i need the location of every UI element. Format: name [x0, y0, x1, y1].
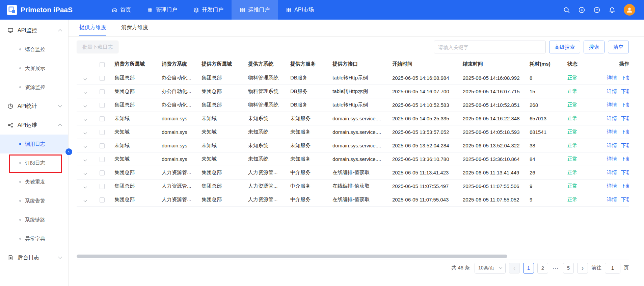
clear-button[interactable]: 清空: [608, 41, 629, 53]
sidebar-item-label-subscribe-log: 订阅日志: [25, 160, 45, 166]
detail-link[interactable]: 详情: [607, 142, 617, 148]
expand-chevron-icon[interactable]: [83, 90, 87, 94]
cell-end-time: 2025-06-05 11:07:55.052: [459, 193, 526, 206]
sidebar-item-system-alert[interactable]: 系统告警: [0, 191, 68, 210]
cell-duration-ms: 681541: [526, 125, 563, 139]
goto-page-input[interactable]: [605, 263, 620, 273]
chevron-up-icon: [58, 124, 62, 127]
download-log-link[interactable]: 下载日志: [621, 75, 629, 80]
sidebar-item-dashboard-display[interactable]: 大屏展示: [0, 59, 68, 78]
expand-chevron-icon[interactable]: [83, 144, 87, 148]
search-button[interactable]: 搜索: [584, 41, 605, 53]
page-size-select[interactable]: 10条/页: [475, 263, 506, 273]
cell-consumer-domain: 未知域: [110, 152, 158, 166]
nav-item-home[interactable]: 首页: [104, 0, 139, 20]
page-button-2[interactable]: 2: [537, 263, 548, 273]
page-button-1[interactable]: 1: [523, 263, 534, 273]
detail-link[interactable]: 详情: [607, 156, 617, 162]
advanced-search-button[interactable]: 高级搜索: [549, 41, 580, 53]
nav-item-ops-portal[interactable]: 运维门户: [232, 0, 278, 20]
column-header-consumer-system: 消费方系统: [158, 57, 197, 71]
detail-link[interactable]: 详情: [607, 196, 617, 202]
row-checkbox[interactable]: [100, 130, 105, 135]
download-log-link[interactable]: 下载日志: [621, 129, 629, 135]
column-header-end-time: 结束时间: [459, 57, 526, 71]
select-all-checkbox[interactable]: [100, 62, 105, 67]
notification-bell-icon[interactable]: [609, 6, 616, 14]
download-log-link[interactable]: 下载日志: [621, 169, 629, 175]
sidebar-group-api-stats[interactable]: API统计: [0, 97, 68, 116]
nav-item-dev-portal[interactable]: 开发门户: [185, 0, 232, 20]
sidebar-group-backend-log[interactable]: 后台日志: [0, 248, 68, 267]
expand-chevron-icon[interactable]: [83, 171, 87, 175]
cell-actions: 详情下载日志: [594, 85, 629, 98]
row-checkbox[interactable]: [100, 143, 105, 148]
pager-ellipsis[interactable]: ···: [552, 265, 560, 271]
detail-link[interactable]: 详情: [607, 183, 617, 189]
help-icon[interactable]: ?: [593, 6, 600, 14]
sidebar-group-api-monitor[interactable]: API监控: [0, 21, 68, 40]
sidebar-item-resource-monitor[interactable]: 资源监控: [0, 78, 68, 97]
sidebar-item-exception-dict[interactable]: 异常字典: [0, 229, 68, 248]
keyword-input[interactable]: [434, 41, 546, 53]
horizontal-scrollbar-thumb[interactable]: [77, 255, 507, 258]
prev-page-button[interactable]: ‹: [509, 263, 520, 273]
sidebar-item-overview-monitor[interactable]: 综合监控: [0, 40, 68, 59]
row-checkbox[interactable]: [100, 184, 105, 189]
detail-link[interactable]: 详情: [607, 88, 617, 94]
detail-link[interactable]: 详情: [607, 102, 617, 108]
row-checkbox[interactable]: [100, 89, 105, 94]
expand-chevron-icon[interactable]: [83, 158, 87, 161]
expand-chevron-icon[interactable]: [83, 104, 87, 107]
row-checkbox[interactable]: [100, 197, 105, 202]
expand-chevron-icon[interactable]: [83, 185, 87, 188]
tab-consumer-dimension[interactable]: 消费方维度: [121, 20, 148, 36]
expand-chevron-icon[interactable]: [83, 117, 87, 121]
row-checkbox[interactable]: [100, 157, 105, 162]
sidebar-item-system-trace[interactable]: 系统链路: [0, 210, 68, 229]
sidebar-collapse-icon[interactable]: ‹: [65, 148, 72, 155]
download-log-link[interactable]: 下载日志: [621, 156, 629, 162]
expand-chevron-icon[interactable]: [83, 198, 87, 202]
table-row: 未知域domain.sys未知域未知系统未知服务domain.sys.servi…: [77, 152, 629, 166]
row-checkbox[interactable]: [100, 116, 105, 121]
detail-link[interactable]: 详情: [607, 115, 617, 121]
batch-download-button[interactable]: 批量下载日志: [77, 41, 118, 53]
search-icon[interactable]: [563, 6, 570, 14]
download-log-link[interactable]: 下载日志: [621, 115, 629, 121]
download-log-link[interactable]: 下载日志: [621, 102, 629, 108]
cell-end-time: 2025-06-05 14:16:08.992: [459, 71, 526, 85]
cell-duration-ms: 9: [526, 193, 563, 206]
nav-item-api-market[interactable]: API市场: [278, 0, 322, 20]
nav-item-admin-portal[interactable]: 管理门户: [139, 0, 185, 20]
download-log-link[interactable]: 下载日志: [621, 142, 629, 148]
page-button-5[interactable]: 5: [563, 263, 574, 273]
ai-assistant-icon[interactable]: AI: [578, 6, 585, 14]
total-count-label: 共 46 条: [451, 265, 470, 271]
detail-link[interactable]: 详情: [607, 169, 617, 175]
next-page-button[interactable]: ›: [577, 263, 588, 273]
download-log-link[interactable]: 下载日志: [621, 196, 629, 202]
sidebar-item-invoke-log[interactable]: 调用日志: [0, 135, 68, 153]
sidebar-group-label-api-monitor: API监控: [18, 27, 37, 34]
cell-duration-ms: 84: [526, 152, 563, 166]
download-log-link[interactable]: 下载日志: [621, 183, 629, 189]
sidebar-item-subscribe-log[interactable]: 订阅日志: [0, 153, 68, 172]
sidebar-group-api-ops[interactable]: API运维: [0, 116, 68, 135]
cell-duration-ms: 657013: [526, 112, 563, 125]
expand-chevron-icon[interactable]: [83, 131, 87, 134]
detail-link[interactable]: 详情: [607, 75, 617, 80]
cell-consumer-system: domain.sys: [158, 112, 197, 125]
sidebar-item-fail-retry[interactable]: 失败重发: [0, 172, 68, 191]
goto-label: 前往: [591, 265, 601, 271]
download-log-link[interactable]: 下载日志: [621, 88, 629, 94]
user-avatar[interactable]: [624, 4, 635, 16]
row-checkbox[interactable]: [100, 103, 105, 108]
table-row: 集团总部人力资源管...集团总部人力资源管...中介服务在线编排-值获取2025…: [77, 193, 629, 206]
detail-link[interactable]: 详情: [607, 129, 617, 135]
horizontal-scrollbar: [77, 255, 629, 258]
row-checkbox[interactable]: [100, 76, 105, 81]
tab-provider-dimension[interactable]: 提供方维度: [79, 20, 106, 36]
row-checkbox[interactable]: [100, 170, 105, 175]
expand-chevron-icon[interactable]: [83, 77, 87, 80]
